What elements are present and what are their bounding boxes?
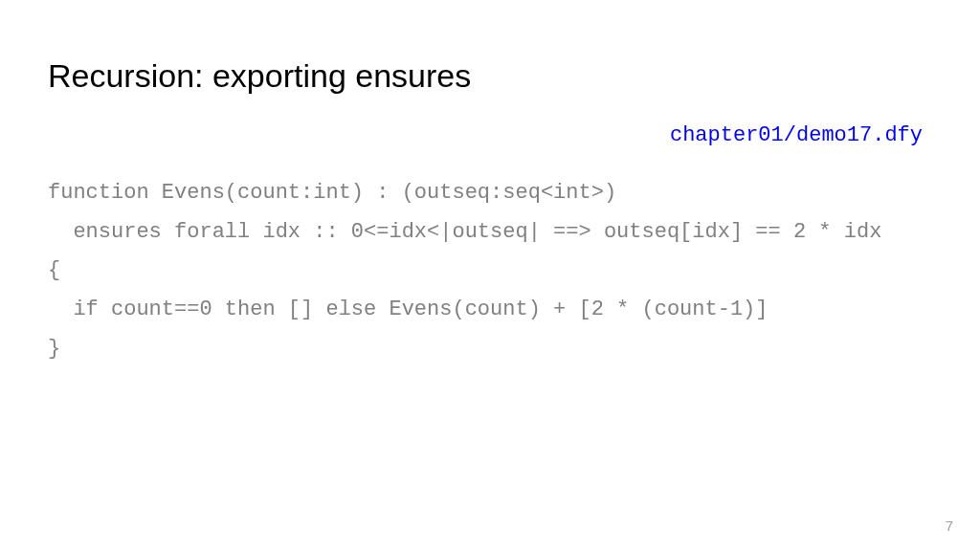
- code-block: function Evens(count:int) : (outseq:seq<…: [48, 174, 932, 368]
- code-line: if count==0 then [] else Evens(count) + …: [48, 298, 768, 321]
- code-line: ensures forall idx :: 0<=idx<|outseq| ==…: [48, 220, 881, 244]
- slide-title: Recursion: exporting ensures: [48, 57, 932, 95]
- page-number: 7: [946, 518, 953, 534]
- code-line: }: [48, 337, 60, 361]
- code-line: function Evens(count:int) : (outseq:seq<…: [48, 181, 616, 205]
- file-path-link: chapter01/demo17.dfy: [48, 123, 932, 147]
- code-line: {: [48, 258, 60, 282]
